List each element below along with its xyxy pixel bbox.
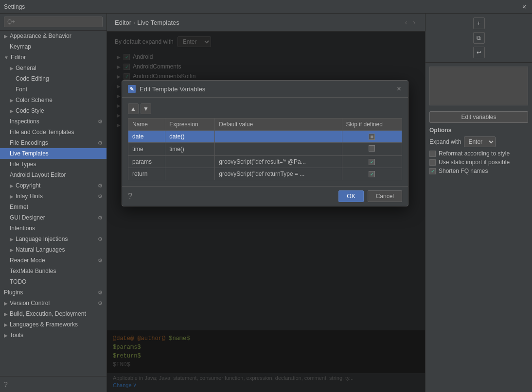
sidebar-item-todo[interactable]: TODO xyxy=(0,276,106,287)
modal-buttons: OK Cancel xyxy=(338,190,402,202)
undo-button[interactable]: ↩ xyxy=(473,47,485,58)
sidebar-item-label: Build, Execution, Deployment xyxy=(10,310,86,317)
table-row[interactable]: time time() xyxy=(128,143,402,156)
sidebar-item-label: Color Scheme xyxy=(16,97,53,103)
edit-variables-button[interactable]: Edit variables xyxy=(429,111,528,123)
sidebar-item-gui-designer[interactable]: GUI Designer ⚙ xyxy=(0,212,106,223)
sidebar-item-copyright[interactable]: ▶ Copyright ⚙ xyxy=(0,180,106,191)
sidebar-item-label: Natural Languages xyxy=(16,246,65,253)
sidebar-item-emmet[interactable]: Emmet xyxy=(0,202,106,212)
titlebar-title: Settings xyxy=(4,3,25,10)
gear-icon: ⚙ xyxy=(98,140,103,146)
sidebar-item-label: Editor xyxy=(11,54,26,61)
static-import-checkbox[interactable] xyxy=(429,159,436,166)
var-skip-cell[interactable]: ✓ xyxy=(342,156,402,168)
sidebar-item-live-templates[interactable]: Live Templates xyxy=(0,148,106,159)
sidebar-item-label: File Encodings xyxy=(10,139,48,146)
sidebar-item-label: TextMate Bundles xyxy=(10,268,56,274)
search-input[interactable] xyxy=(4,17,103,27)
sidebar-item-languages-frameworks[interactable]: ▶ Languages & Frameworks xyxy=(0,319,106,330)
sidebar-item-appearance[interactable]: ▶ Appearance & Behavior xyxy=(0,31,106,41)
expand-with-select[interactable]: Enter Tab Space xyxy=(464,136,496,147)
help-icon[interactable]: ? xyxy=(128,192,132,201)
sidebar-item-plugins[interactable]: Plugins ⚙ xyxy=(0,287,106,298)
sidebar-item-inspections[interactable]: Inspections ⚙ xyxy=(0,116,106,127)
breadcrumb-part-live-templates: Live Templates xyxy=(137,19,179,26)
gear-icon: ⚙ xyxy=(98,236,103,242)
sidebar-item-label: Inlay Hints xyxy=(16,193,43,200)
sidebar-item-version-control[interactable]: ▶ Version Control ⚙ xyxy=(0,298,106,308)
shorten-fq-checkbox[interactable]: ✓ xyxy=(429,168,436,174)
sidebar-item-natural-languages[interactable]: ▶ Natural Languages xyxy=(0,244,106,255)
var-skip-cell[interactable]: ✓ xyxy=(342,168,402,180)
reformat-checkbox[interactable] xyxy=(429,151,436,157)
sidebar-item-label: Tools xyxy=(10,332,23,339)
help-icon[interactable]: ? xyxy=(4,380,8,388)
add-template-button[interactable]: + xyxy=(473,17,485,29)
sidebar-item-general[interactable]: ▶ General xyxy=(0,63,106,73)
forward-button[interactable]: › xyxy=(411,17,417,27)
table-row[interactable]: date date() ■ xyxy=(128,131,402,143)
expand-arrow-icon: ▶ xyxy=(4,333,8,338)
var-skip-cell[interactable] xyxy=(342,143,402,156)
modal-header: ✎ Edit Template Variables × xyxy=(122,81,408,98)
expand-arrow-icon: ▶ xyxy=(4,301,8,306)
sidebar-item-tools[interactable]: ▶ Tools xyxy=(0,330,106,341)
modal-close-button[interactable]: × xyxy=(396,85,402,93)
sidebar-item-label: Code Editing xyxy=(16,75,49,82)
sidebar-item-color-scheme[interactable]: ▶ Color Scheme xyxy=(0,95,106,105)
sidebar-item-build-execution[interactable]: ▶ Build, Execution, Deployment xyxy=(0,308,106,319)
sidebar: ▶ Appearance & Behavior Keymap ▼ Editor … xyxy=(0,14,107,392)
sidebar-item-inlay-hints[interactable]: ▶ Inlay Hints ⚙ xyxy=(0,191,106,202)
move-down-button[interactable]: ▼ xyxy=(141,103,151,114)
sidebar-item-font[interactable]: Font xyxy=(0,84,106,95)
sidebar-item-label: File and Code Templates xyxy=(10,129,74,136)
static-import-label: Use static import if possible xyxy=(439,159,510,166)
right-panel: + ⧉ ↩ Edit variables Options Expand with… xyxy=(425,14,532,392)
ok-button[interactable]: OK xyxy=(338,190,363,202)
move-up-button[interactable]: ▲ xyxy=(128,103,139,114)
var-default-cell xyxy=(215,131,342,143)
breadcrumb-separator: › xyxy=(133,19,135,26)
skip-checkbox[interactable]: ✓ xyxy=(369,159,375,165)
right-content: Edit variables Options Expand with Enter… xyxy=(426,63,532,392)
sidebar-item-code-style[interactable]: ▶ Code Style xyxy=(0,105,106,116)
sidebar-item-keymap[interactable]: Keymap xyxy=(0,41,106,52)
edit-template-variables-dialog: ✎ Edit Template Variables × ▲ ▼ Name xyxy=(122,80,408,206)
options-section: Options Expand with Enter Tab Space Refo… xyxy=(429,127,528,174)
sidebar-item-android-layout-editor[interactable]: Android Layout Editor xyxy=(0,170,106,180)
var-skip-cell[interactable]: ■ xyxy=(342,131,402,143)
sidebar-item-textmate-bundles[interactable]: TextMate Bundles xyxy=(0,266,106,276)
sidebar-item-intentions[interactable]: Intentions xyxy=(0,223,106,234)
cancel-button[interactable]: Cancel xyxy=(368,190,402,202)
col-expression: Expression xyxy=(165,119,215,131)
modal-footer: ? OK Cancel xyxy=(122,186,408,206)
sidebar-item-file-types[interactable]: File Types xyxy=(0,159,106,170)
sidebar-item-label: Intentions xyxy=(10,225,35,232)
sidebar-item-file-encodings[interactable]: File Encodings ⚙ xyxy=(0,137,106,148)
sidebar-item-language-injections[interactable]: ▶ Language Injections ⚙ xyxy=(0,234,106,244)
titlebar: Settings × xyxy=(0,0,532,14)
gear-icon: ⚙ xyxy=(98,215,103,221)
options-label: Options xyxy=(429,127,528,134)
expand-arrow-icon: ▶ xyxy=(10,247,14,253)
sidebar-item-reader-mode[interactable]: Reader Mode ⚙ xyxy=(0,255,106,266)
expand-arrow-icon: ▶ xyxy=(4,34,8,39)
skip-checkbox[interactable]: ✓ xyxy=(369,171,375,177)
skip-checkbox[interactable]: ■ xyxy=(369,134,375,140)
expand-with-label: Expand with xyxy=(429,138,461,145)
var-name-cell: date xyxy=(128,131,165,143)
table-row[interactable]: return groovyScript("def returnType = ..… xyxy=(128,168,402,180)
sidebar-item-editor[interactable]: ▼ Editor xyxy=(0,52,106,63)
expand-arrow-icon: ▶ xyxy=(4,322,8,327)
right-toolbar: + ⧉ ↩ xyxy=(426,14,532,63)
table-row[interactable]: params groovyScript("def result='* @Pa..… xyxy=(128,156,402,168)
copy-template-button[interactable]: ⧉ xyxy=(473,32,485,44)
sidebar-item-file-code-templates[interactable]: File and Code Templates xyxy=(0,127,106,137)
back-button[interactable]: ‹ xyxy=(403,17,409,27)
var-expression-cell: date() xyxy=(165,131,215,143)
skip-checkbox[interactable] xyxy=(369,145,375,152)
close-button[interactable]: × xyxy=(520,3,528,11)
expand-arrow-icon: ▶ xyxy=(10,98,14,103)
sidebar-item-code-editing[interactable]: Code Editing xyxy=(0,73,106,84)
